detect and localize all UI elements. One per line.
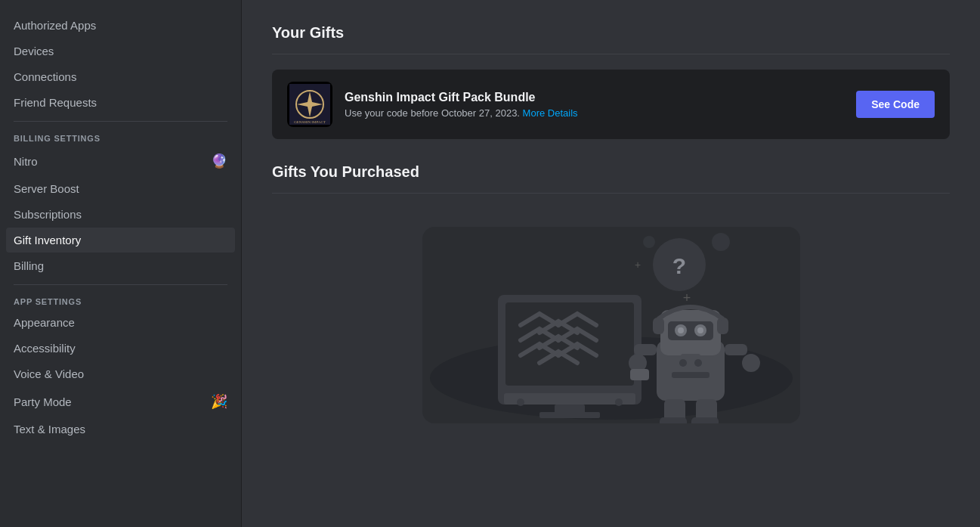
svg-point-10 — [517, 398, 524, 406]
sidebar-item-devices[interactable]: Devices — [6, 39, 235, 64]
more-details-link[interactable]: More Details — [523, 107, 578, 119]
svg-point-17 — [678, 327, 684, 333]
svg-point-36 — [712, 233, 730, 251]
svg-text:GENSHIN IMPACT: GENSHIN IMPACT — [294, 120, 326, 124]
sidebar-item-party-mode[interactable]: Party Mode 🎉 — [6, 387, 235, 416]
sidebar-item-billing[interactable]: Billing — [6, 253, 235, 278]
gift-card-title: Genshin Impact Gift Pack Bundle — [345, 91, 844, 104]
see-code-button[interactable]: See Code — [856, 91, 935, 118]
sidebar-item-subscriptions[interactable]: Subscriptions — [6, 202, 235, 227]
sidebar-divider-app — [14, 284, 227, 285]
your-gifts-title: Your Gifts — [272, 24, 950, 42]
svg-point-2 — [307, 101, 313, 107]
empty-state: ? + + — [272, 212, 950, 439]
sidebar-item-label: Accessibility — [14, 342, 76, 355]
svg-point-18 — [697, 327, 703, 333]
sidebar-item-text-images[interactable]: Text & Images — [6, 417, 235, 442]
svg-text:+: + — [682, 290, 691, 305]
nitro-icon: 🔮 — [211, 153, 227, 169]
sidebar-item-friend-requests[interactable]: Friend Requests — [6, 90, 235, 115]
sidebar-item-label: Authorized Apps — [14, 19, 96, 32]
svg-rect-26 — [630, 369, 649, 380]
svg-point-37 — [643, 236, 655, 248]
sidebar-item-label: Server Boost — [14, 182, 79, 195]
genshin-logo-icon: GENSHIN IMPACT — [289, 84, 330, 125]
sidebar-item-appearance[interactable]: Appearance — [6, 310, 235, 335]
sidebar-item-label: Connections — [14, 70, 76, 83]
svg-rect-20 — [717, 318, 728, 334]
billing-settings-label: BILLING SETTINGS — [6, 128, 235, 146]
sidebar-top-items: Authorized Apps Devices Connections Frie… — [6, 13, 235, 115]
sidebar-item-nitro[interactable]: Nitro 🔮 — [6, 147, 235, 175]
sidebar-item-gift-inventory[interactable]: Gift Inventory — [6, 228, 235, 253]
svg-point-31 — [679, 359, 687, 367]
svg-rect-19 — [653, 318, 664, 334]
svg-rect-30 — [691, 417, 719, 423]
svg-point-11 — [615, 398, 623, 406]
gift-card-subtitle: Use your code before October 27, 2023. M… — [345, 107, 844, 119]
sidebar-item-authorized-apps[interactable]: Authorized Apps — [6, 13, 235, 38]
sidebar-divider-billing — [14, 121, 227, 122]
svg-rect-22 — [634, 344, 657, 355]
svg-rect-29 — [660, 417, 687, 423]
sidebar-item-label: Nitro — [14, 155, 38, 168]
sidebar: Authorized Apps Devices Connections Frie… — [0, 0, 242, 527]
sidebar-item-label: Text & Images — [14, 423, 85, 436]
sidebar-item-label: Billing — [14, 259, 44, 272]
svg-text:+: + — [634, 259, 640, 271]
purchased-title: Gifts You Purchased — [272, 163, 950, 181]
empty-illustration: ? + + — [422, 227, 800, 423]
sidebar-item-label: Voice & Video — [14, 367, 84, 380]
sidebar-item-accessibility[interactable]: Accessibility — [6, 336, 235, 361]
svg-rect-8 — [539, 412, 600, 418]
gift-card: GENSHIN IMPACT Genshin Impact Gift Pack … — [272, 70, 950, 139]
svg-point-25 — [742, 354, 760, 372]
party-mode-icon: 🎉 — [211, 393, 227, 410]
sidebar-item-label: Gift Inventory — [14, 234, 81, 246]
svg-text:?: ? — [672, 253, 685, 278]
svg-point-32 — [694, 359, 702, 367]
main-content: Your Gifts GENSHIN IMPACT Genshin Impact… — [242, 0, 980, 527]
sidebar-item-label: Devices — [14, 45, 54, 57]
gift-card-info: Genshin Impact Gift Pack Bundle Use your… — [345, 91, 844, 119]
app-settings-label: APP SETTINGS — [6, 291, 235, 309]
sidebar-item-label: Friend Requests — [14, 96, 97, 109]
svg-rect-33 — [672, 372, 709, 378]
sidebar-item-label: Appearance — [14, 316, 75, 329]
sidebar-app-items: Appearance Accessibility Voice & Video P… — [6, 310, 235, 442]
sidebar-item-label: Party Mode — [14, 395, 72, 408]
gift-card-subtitle-text: Use your code before October 27, 2023. — [345, 107, 520, 119]
empty-state-svg: ? + + — [422, 227, 800, 423]
your-gifts-divider — [272, 54, 950, 54]
svg-rect-14 — [668, 321, 713, 340]
sidebar-item-connections[interactable]: Connections — [6, 64, 235, 89]
sidebar-item-label: Subscriptions — [14, 208, 82, 221]
gift-card-image: GENSHIN IMPACT — [287, 82, 332, 127]
svg-rect-23 — [725, 344, 747, 355]
sidebar-billing-items: Nitro 🔮 Server Boost Subscriptions Gift … — [6, 147, 235, 278]
sidebar-item-server-boost[interactable]: Server Boost — [6, 176, 235, 201]
sidebar-item-voice-video[interactable]: Voice & Video — [6, 361, 235, 386]
purchased-divider — [272, 193, 950, 194]
